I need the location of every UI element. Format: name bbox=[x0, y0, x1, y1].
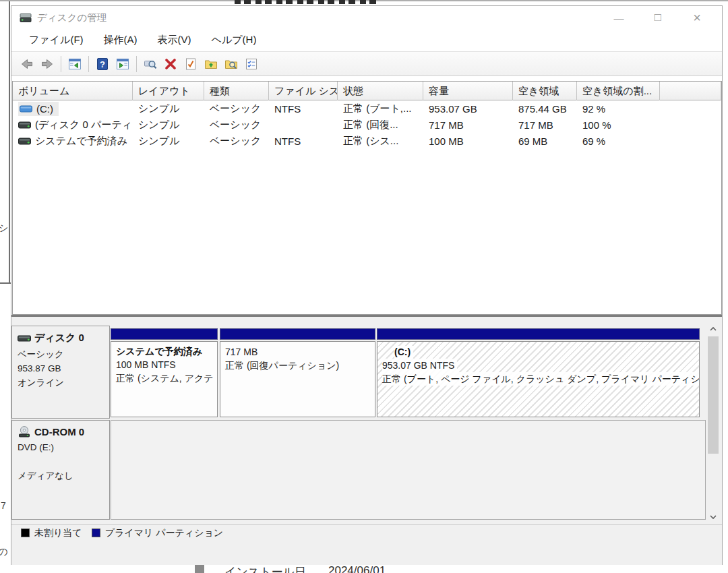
volume-row-system-reserved[interactable]: システムで予約済み シンプル ベーシック NTFS 正常 (シス... 100 … bbox=[13, 133, 721, 149]
menu-help[interactable]: ヘルプ(H) bbox=[204, 31, 265, 49]
partition-size: 953.07 GB NTFS bbox=[382, 359, 457, 372]
title-bar[interactable]: ディスクの管理 — □ × bbox=[11, 6, 722, 29]
menu-action[interactable]: 操作(A) bbox=[96, 31, 146, 49]
toolbar-separator bbox=[88, 56, 89, 72]
volume-list-header: ボリューム レイアウト 種類 ファイル システム 状態 容量 空き領域 空き領域… bbox=[13, 82, 721, 100]
volume-type: ベーシック bbox=[204, 100, 269, 117]
volume-free: 875.44 GB bbox=[513, 100, 577, 117]
volume-free: 717 MB bbox=[513, 117, 577, 133]
legend-unallocated-label: 未割り当て bbox=[34, 527, 82, 539]
disk-management-app-icon bbox=[20, 13, 32, 23]
partition-size: 100 MB NTFS bbox=[116, 358, 217, 371]
cdrom-name: CD-ROM 0 bbox=[34, 426, 84, 438]
volume-free: 69 MB bbox=[513, 133, 577, 149]
column-header-filesystem[interactable]: ファイル システム bbox=[269, 82, 338, 100]
partition-recovery[interactable]: 717 MB 正常 (回復パーティション) bbox=[220, 326, 375, 419]
volume-type: ベーシック bbox=[204, 133, 269, 149]
column-header-percent-free[interactable]: 空き領域の割... bbox=[577, 82, 660, 100]
graphical-view-scrollbar[interactable] bbox=[707, 323, 719, 523]
back-arrow-icon bbox=[20, 57, 34, 71]
legend-primary-partition-label: プライマリ パーティション bbox=[105, 527, 224, 539]
partition-color-bar bbox=[111, 328, 218, 340]
chevron-down-icon bbox=[710, 515, 717, 519]
volume-pct-free: 92 % bbox=[577, 100, 660, 117]
toolbar-separator bbox=[136, 56, 137, 72]
maximize-button[interactable]: □ bbox=[638, 6, 677, 29]
menu-file[interactable]: ファイル(F) bbox=[21, 31, 92, 49]
red-x-icon bbox=[164, 57, 177, 71]
partition-c[interactable]: (C:) 953.07 GB NTFS 正常 (ブート, ページ ファイル, ク… bbox=[377, 326, 700, 419]
volume-capacity: 100 MB bbox=[423, 133, 513, 149]
scrollbar-thumb[interactable] bbox=[708, 336, 719, 454]
checklist-icon bbox=[245, 57, 258, 71]
toolbar: ? bbox=[11, 51, 722, 76]
partition-name: システムで予約済み bbox=[116, 345, 217, 358]
back-button[interactable] bbox=[17, 55, 37, 73]
volume-capacity: 953.07 GB bbox=[423, 100, 513, 117]
basic-disk-icon bbox=[18, 121, 31, 129]
disk0-capacity: 953.87 GB bbox=[18, 361, 105, 375]
check-task-button[interactable] bbox=[181, 55, 201, 73]
delete-button[interactable] bbox=[160, 55, 181, 73]
toolbar-separator bbox=[61, 56, 61, 72]
properties-button[interactable] bbox=[140, 55, 160, 73]
graphical-view: ディスク 0 ベーシック 953.87 GB オンライン システムで予約済み 1… bbox=[11, 317, 722, 524]
column-header-capacity[interactable]: 容量 bbox=[423, 82, 513, 100]
console-tree-toggle-button[interactable] bbox=[65, 55, 85, 73]
volume-layout: シンプル bbox=[133, 133, 204, 149]
window-footer-strip bbox=[11, 541, 722, 565]
background-install-date-label: インストール日 bbox=[224, 564, 306, 573]
minimize-button[interactable]: — bbox=[599, 6, 638, 29]
menu-bar: ファイル(F) 操作(A) 表示(V) ヘルプ(H) bbox=[11, 29, 722, 51]
background-window-horizontal-line bbox=[0, 282, 11, 284]
disk0-label-panel[interactable]: ディスク 0 ベーシック 953.87 GB オンライン bbox=[11, 326, 110, 419]
close-button[interactable]: × bbox=[677, 6, 717, 29]
partition-status: 正常 (ブート, ページ ファイル, クラッシュ ダンプ, プライマリ パーティ… bbox=[382, 372, 700, 386]
partition-color-bar bbox=[220, 328, 375, 340]
scrollbar-up-button[interactable] bbox=[707, 323, 719, 335]
volume-capacity: 717 MB bbox=[423, 117, 513, 133]
blue-disk-icon bbox=[20, 104, 32, 113]
partition-system-reserved[interactable]: システムで予約済み 100 MB NTFS 正常 (システム, アクテ bbox=[111, 326, 218, 419]
task-list-button[interactable] bbox=[241, 55, 262, 73]
menu-view[interactable]: 表示(V) bbox=[150, 31, 200, 49]
partition-c-selected-box: (C:) 953.07 GB NTFS 正常 (ブート, ページ ファイル, ク… bbox=[377, 341, 700, 417]
disk0-status: オンライン bbox=[18, 375, 105, 390]
column-header-status[interactable]: 状態 bbox=[338, 82, 423, 100]
cdrom-row: CD-ROM 0 DVD (E:) メディアなし bbox=[11, 420, 722, 520]
background-text-fragment: シ bbox=[0, 222, 8, 235]
scrollbar-down-button[interactable] bbox=[707, 511, 719, 523]
forward-button[interactable] bbox=[37, 55, 57, 73]
window-title: ディスクの管理 bbox=[37, 11, 107, 24]
disk-magnifier-icon bbox=[144, 57, 157, 71]
volume-row-c[interactable]: (C:) シンプル ベーシック NTFS 正常 (ブート,... 953.07 … bbox=[13, 100, 721, 117]
column-header-type[interactable]: 種類 bbox=[204, 82, 269, 100]
column-header-empty[interactable] bbox=[660, 82, 721, 100]
volume-fs: NTFS bbox=[269, 100, 338, 117]
cdrom-spacer bbox=[18, 454, 105, 469]
volume-status: 正常 (ブート,... bbox=[338, 100, 423, 117]
volume-layout: シンプル bbox=[133, 100, 204, 117]
column-header-volume[interactable]: ボリューム bbox=[13, 82, 133, 100]
background-text-fragment: の bbox=[0, 546, 7, 558]
mount-folder-button[interactable] bbox=[201, 55, 221, 73]
window-right-arrow-icon bbox=[116, 57, 129, 71]
legend-bar: 未割り当て プライマリ パーティション bbox=[11, 524, 722, 541]
help-button[interactable]: ? bbox=[92, 55, 113, 73]
legend-primary-partition-swatch bbox=[92, 529, 100, 537]
cdrom-empty-region[interactable] bbox=[111, 420, 706, 520]
cdrom-media-status: メディアなし bbox=[18, 469, 105, 483]
browse-folder-button[interactable] bbox=[221, 55, 241, 73]
volume-row-recovery[interactable]: (ディスク 0 パーティショ... シンプル ベーシック 正常 (回復... 7… bbox=[13, 117, 721, 133]
cdrom-label-panel[interactable]: CD-ROM 0 DVD (E:) メディアなし bbox=[11, 420, 110, 520]
svg-text:?: ? bbox=[100, 59, 105, 69]
chevron-up-icon bbox=[710, 327, 717, 331]
volume-layout: シンプル bbox=[133, 117, 204, 133]
help-icon: ? bbox=[96, 57, 109, 71]
column-header-layout[interactable]: レイアウト bbox=[133, 82, 204, 100]
column-header-free-space[interactable]: 空き領域 bbox=[513, 82, 577, 100]
action-pane-toggle-button[interactable] bbox=[113, 55, 133, 73]
background-text-fragment: 7 bbox=[1, 500, 6, 511]
folder-up-arrow-icon bbox=[204, 57, 218, 71]
background-install-date-value: 2024/06/01 bbox=[328, 564, 386, 573]
